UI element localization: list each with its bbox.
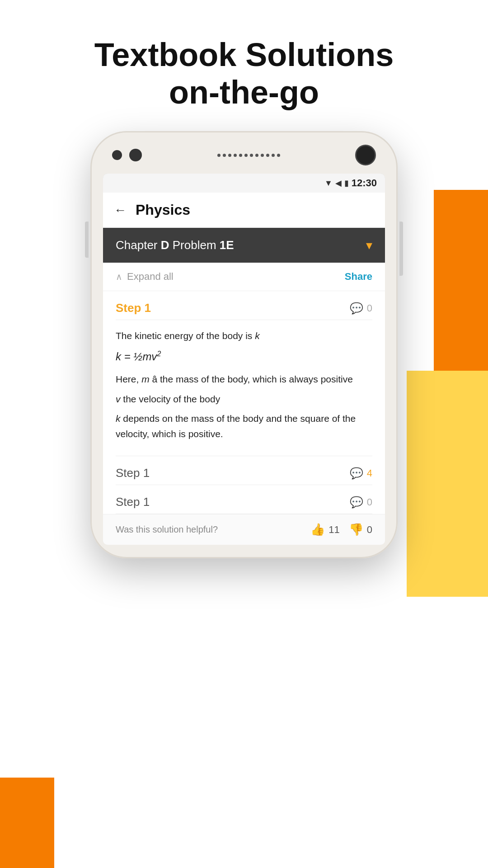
speaker-dot [223,154,226,157]
back-button[interactable]: ← [114,203,127,217]
speaker-grille [149,154,348,157]
step-2-label: Step 1 [116,466,150,480]
thumbs-up-icon: 👍 [310,523,325,537]
comment-icon-orange: 💬 [350,467,363,480]
helpful-bar: Was this solution helpful? 👍 11 👎 0 [103,514,385,545]
content-line-3: v the velocity of the body [116,392,372,407]
status-bar: ▼ ◀ ▮ 12:30 [103,174,385,193]
app-title: Physics [136,202,190,218]
volume-button [85,222,89,258]
app-header: ← Physics [103,193,385,228]
helpful-question: Was this solution helpful? [116,524,301,535]
content-line-1: The kinetic energy of the body is k [116,328,372,344]
page-title-area: Textbook Solutions on-the-go [0,0,488,138]
wifi-icon: ▼ [324,179,333,188]
speaker-dot [217,154,221,157]
step-1-content: The kinetic energy of the body is k k = … [103,320,385,456]
share-button[interactable]: Share [345,271,372,283]
speaker-dot [261,154,264,157]
chapter-bar[interactable]: Chapter D Problem 1E ▾ [103,228,385,263]
content-line-2: Here, m â the mass of the body, which is… [116,372,372,387]
chapter-problem-text: Chapter D Problem 1E [116,238,234,252]
power-button [399,222,403,276]
speaker-dot [266,154,269,157]
speaker-dot [234,154,237,157]
thumbs-down-icon: 👎 [349,523,363,537]
step-1-header[interactable]: Step 1 💬 0 [103,291,385,320]
step-3-label: Step 1 [116,495,150,509]
speaker-dot [250,154,253,157]
speaker-dot [228,154,231,157]
expand-icon: ∧ [116,271,122,282]
phone-screen: ▼ ◀ ▮ 12:30 ← Physics Chapter D Problem … [103,174,385,545]
step-3-header[interactable]: Step 1 💬 0 [103,485,385,514]
phone-outer-shell: ▼ ◀ ▮ 12:30 ← Physics Chapter D Problem … [90,131,398,558]
step-2-header[interactable]: Step 1 💬 4 [103,456,385,485]
toolbar-row: ∧ Expand all Share [103,263,385,291]
comment-icon: 💬 [350,302,363,315]
expand-all-label: Expand all [127,271,174,283]
problem-number: 1E [220,238,234,252]
speaker-dot [255,154,258,157]
step-3-comment-count: 0 [367,496,372,508]
thumbs-down-btn[interactable]: 👎 0 [349,523,372,537]
speaker-dot [277,154,280,157]
page-title: Textbook Solutions on-the-go [0,36,488,111]
expand-all-control[interactable]: ∧ Expand all [116,271,174,283]
step-3-comments[interactable]: 💬 0 [350,496,372,509]
content-formula: k = ½mv2 [116,348,372,365]
thumbs-up-count: 11 [328,524,339,536]
chapter-dropdown-icon[interactable]: ▾ [366,238,372,253]
step-1-comments[interactable]: 💬 0 [350,302,372,315]
step-1-comment-count: 0 [367,302,372,314]
speaker-dot [244,154,248,157]
step-2-comment-count: 4 [367,467,372,479]
signal-icon: ◀ [335,178,342,188]
speaker-dot [272,154,275,157]
step-1-label: Step 1 [116,301,151,315]
bg-orange-left-decoration [0,778,54,868]
speaker-dot [239,154,242,157]
content-area: Step 1 💬 0 The kinetic energy of the bod… [103,291,385,545]
status-time: 12:30 [352,177,377,189]
front-camera [355,145,376,165]
step-2-comments[interactable]: 💬 4 [350,467,372,480]
comment-icon-2: 💬 [350,496,363,509]
bg-orange-decoration [434,190,488,371]
battery-icon: ▮ [344,178,349,188]
thumbs-down-count: 0 [367,524,372,536]
front-sensor-2 [129,149,142,161]
chapter-letter: D [161,238,169,252]
status-icons: ▼ ◀ ▮ 12:30 [324,177,377,189]
phone-mockup: ▼ ◀ ▮ 12:30 ← Physics Chapter D Problem … [90,131,398,558]
phone-sensors [103,145,385,165]
bg-yellow-decoration [407,371,488,597]
content-line-4: k depends on the mass of the body and th… [116,411,372,441]
front-sensor-1 [112,150,122,160]
thumbs-up-btn[interactable]: 👍 11 [310,523,339,537]
